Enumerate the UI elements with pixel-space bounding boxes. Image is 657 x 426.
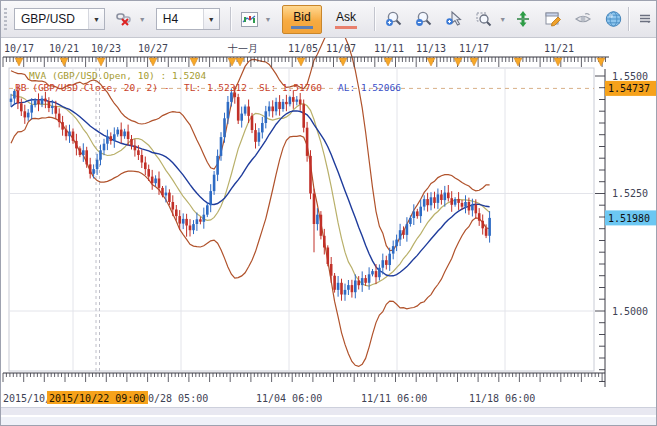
- symbol-combobox[interactable]: GBP/USD ▼: [14, 8, 105, 30]
- zoom-out-icon[interactable]: [411, 5, 437, 33]
- bottom-axis-label: 11/11 06:00: [361, 393, 427, 404]
- day-marker-triangle: [15, 58, 23, 66]
- top-axis-label: 11/13: [416, 43, 446, 54]
- ask-label: Ask: [336, 10, 356, 24]
- day-marker-triangle: [149, 58, 157, 66]
- top-axis-label: 10/21: [49, 43, 79, 54]
- top-axis-label: 11/21: [544, 43, 574, 54]
- status-strip: [1, 417, 657, 426]
- top-axis-label: 11/07: [326, 43, 356, 54]
- day-marker-triangle: [297, 58, 305, 66]
- chevron-down-icon[interactable]: ▼: [203, 9, 219, 29]
- symbol-value: GBP/USD: [15, 12, 88, 26]
- top-axis-label: 10/23: [91, 43, 121, 54]
- mva-legend: MVA (GBP/USD.Open, 10) : 1.5204: [29, 70, 207, 81]
- menu-icon[interactable]: [635, 5, 655, 33]
- bid-underline: [291, 26, 313, 29]
- bottom-axis-label: 2015/10/: [3, 393, 51, 404]
- ask-underline: [335, 26, 357, 29]
- selected-time-text: 2015/10/22 09:00: [49, 393, 145, 404]
- day-marker-triangle: [228, 58, 236, 66]
- toolbar: GBP/USD ▼ ▼ H4 ▼ ▼: [1, 1, 657, 38]
- chevron-down-icon[interactable]: ▼: [265, 16, 272, 23]
- chain-icon: [115, 10, 133, 28]
- link-symbol-icon[interactable]: [111, 5, 137, 33]
- bid-label: Bid: [293, 10, 310, 24]
- chevron-down-icon[interactable]: ▼: [499, 16, 506, 23]
- price-axis-label: 1.5250: [612, 188, 648, 199]
- chart-type-icon[interactable]: [237, 5, 263, 33]
- svg-text:1.51980: 1.51980: [608, 213, 650, 224]
- eye-preview-icon[interactable]: [570, 5, 596, 33]
- toolbar-grip[interactable]: [4, 8, 7, 30]
- bb-al-value: AL: 1.52066: [338, 82, 401, 93]
- chevron-down-icon[interactable]: ▼: [88, 9, 104, 29]
- fit-height-icon[interactable]: [510, 5, 536, 33]
- measure-zoom-icon[interactable]: [471, 5, 497, 33]
- bottom-axis-label: 11/04 06:00: [256, 393, 322, 404]
- day-marker-triangle: [97, 58, 105, 66]
- timeframe-combobox[interactable]: H4 ▼: [156, 8, 220, 30]
- chart-canvas[interactable]: 10/1710/2110/2310/27十一月11/0511/0711/1111…: [1, 1, 657, 426]
- chevron-down-icon[interactable]: ▼: [139, 16, 146, 23]
- top-axis-label: 十一月: [227, 43, 258, 54]
- day-marker-triangle: [190, 58, 198, 66]
- bottom-time-axis: 2015/10/0/28 05:0011/04 06:0011/11 06:00…: [3, 373, 605, 404]
- zoom-in-icon[interactable]: [381, 5, 407, 33]
- top-axis-label: 10/27: [138, 43, 168, 54]
- price-axis: 1.55001.52501.50001.547371.51980: [595, 69, 657, 387]
- mini-chart-icon: [241, 12, 258, 27]
- top-date-axis: 10/1710/2110/2310/27十一月11/0511/0711/1111…: [3, 43, 609, 67]
- cursor-zoom-icon[interactable]: [441, 5, 467, 33]
- top-axis-label: 11/17: [459, 43, 489, 54]
- ask-button[interactable]: Ask: [325, 5, 366, 34]
- price-axis-label: 1.5000: [612, 306, 648, 317]
- edit-window-icon[interactable]: [540, 5, 566, 33]
- top-axis-label: 11/11: [374, 43, 404, 54]
- chart-window: 10/1710/2110/2310/27十一月11/0511/0711/1111…: [0, 0, 657, 426]
- bb-tl-value: TL: 1.52312: [184, 82, 247, 93]
- price-axis-label: 1.5500: [612, 71, 648, 82]
- svg-text:1.54737: 1.54737: [608, 83, 650, 94]
- plot-grid: [9, 68, 594, 371]
- top-axis-label: 11/05: [288, 43, 318, 54]
- globe-icon[interactable]: [600, 5, 626, 33]
- bb-legend: BB (GBP/USD.Close, 20, 2) -: [15, 82, 169, 93]
- top-axis-label: 10/17: [4, 43, 34, 54]
- bid-button[interactable]: Bid: [282, 5, 323, 34]
- bb-sl-value: SL: 1.51760: [259, 82, 322, 93]
- day-marker-triangle: [514, 58, 522, 66]
- timeframe-value: H4: [157, 12, 203, 26]
- bottom-axis-label: 11/18 06:00: [469, 393, 535, 404]
- chart-scrollbar-track[interactable]: [1, 407, 657, 416]
- bottom-axis-label: 0/28 05:00: [148, 393, 208, 404]
